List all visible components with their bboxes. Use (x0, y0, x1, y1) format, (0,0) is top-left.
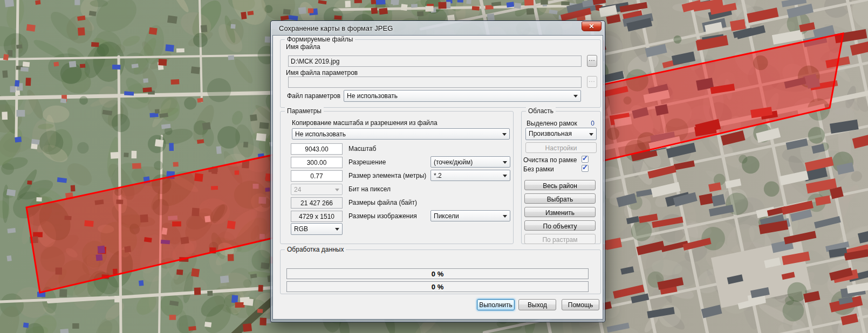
chevron-down-icon (502, 133, 507, 136)
params-filename-field[interactable] (288, 77, 582, 88)
chevron-down-icon (503, 215, 507, 218)
chevron-down-icon (335, 228, 339, 231)
resolution-units-combobox[interactable]: (точек/дюйм) (430, 156, 510, 168)
params-file-label: Файл параметров (287, 92, 340, 100)
chevron-down-icon (503, 175, 507, 177)
bits-per-pixel-label: Бит на пиксел (348, 185, 391, 193)
image-size-units-combobox[interactable]: Пиксели (430, 210, 510, 221)
bits-per-pixel-combobox: 24 (291, 184, 343, 195)
check-icon: ✓ (582, 154, 588, 162)
run-button[interactable]: Выполнить (477, 299, 515, 310)
no-frame-label: Без рамки (523, 165, 554, 173)
selected-frames-label: Выделено рамок (527, 120, 577, 127)
bits-per-pixel-value: 24 (294, 186, 301, 193)
close-button[interactable]: ✕ (582, 22, 602, 31)
chevron-down-icon (573, 95, 578, 98)
scale-label: Масштаб (348, 145, 376, 152)
dialog-title: Сохранение карты в формат JPEG (279, 24, 393, 32)
params-filename-label: Имя файла параметров (286, 69, 358, 77)
filename-label: Имя файла (286, 43, 320, 51)
clear-by-frame-checkbox[interactable]: ✓ (582, 156, 589, 163)
filename-field[interactable]: D:\МСК 2019.jpg (288, 56, 582, 67)
progress-bar-secondary: 0 % (286, 281, 589, 292)
dialog-titlebar[interactable]: Сохранение карты в формат JPEG ✕ (272, 21, 603, 35)
by-object-button[interactable]: По объекту (524, 220, 596, 231)
chevron-down-icon (589, 133, 593, 136)
save-map-jpeg-dialog: Сохранение карты в формат JPEG ✕ Формиру… (270, 20, 605, 322)
resolution-label: Разрешение (348, 158, 386, 166)
area-mode-value: Произвольная (529, 130, 572, 137)
copy-scale-label: Копирование масштаба и разрешения из фай… (292, 119, 438, 127)
scale-input[interactable]: 9043.00 (291, 143, 343, 155)
help-button[interactable]: Помощь (562, 299, 599, 310)
file-size-label: Размеры файла (байт) (348, 199, 417, 206)
image-size-field: 4729 x 1510 (291, 211, 343, 222)
params-file-combobox[interactable]: Не использовать (344, 90, 581, 102)
color-model-combobox[interactable]: RGB (291, 223, 343, 235)
select-area-button[interactable]: Выбрать (524, 193, 596, 204)
file-size-field: 21 427 266 (291, 197, 343, 209)
resolution-input[interactable]: 300.00 (291, 157, 343, 168)
element-size-units-value: *.2 (434, 172, 442, 179)
change-area-button[interactable]: Изменить (524, 207, 596, 217)
close-icon: ✕ (589, 23, 594, 30)
area-group-caption: Область (526, 107, 556, 115)
check-icon: ✓ (582, 163, 588, 171)
copy-scale-combobox[interactable]: Не использовать (292, 128, 510, 140)
progress-bar-primary: 0 % (286, 268, 589, 279)
chevron-down-icon (335, 189, 339, 191)
params-file-combobox-value: Не использовать (347, 92, 398, 100)
chevron-down-icon (503, 161, 507, 164)
image-size-units-value: Пиксели (434, 212, 459, 220)
browse-params-filename-button: ... (587, 76, 597, 88)
element-size-units-combobox[interactable]: *.2 (430, 170, 510, 181)
whole-district-button[interactable]: Весь район (524, 180, 596, 190)
selected-frames-count: 0 (585, 120, 594, 127)
area-mode-combobox[interactable]: Произвольная (525, 128, 597, 140)
element-size-input[interactable]: 0.77 (291, 170, 343, 182)
copy-scale-combobox-value: Не использовать (295, 130, 346, 138)
exit-button[interactable]: Выход (518, 299, 556, 310)
image-size-label: Размеры изображения (348, 212, 417, 220)
by-rasters-button: По растрам (524, 234, 596, 244)
clear-by-frame-label: Очистка по рамке (523, 156, 577, 164)
browse-filename-button[interactable]: ... (587, 55, 597, 67)
processing-group-caption: Обработка данных (285, 246, 346, 253)
dialog-body: Формируемые файлы Имя файла D:\МСК 2019.… (272, 35, 603, 320)
no-frame-checkbox[interactable]: ✓ (582, 165, 589, 172)
files-group-caption: Формируемые файлы (285, 36, 355, 43)
settings-button: Настройки (525, 142, 597, 153)
params-group-caption: Параметры (285, 107, 324, 115)
element-size-label: Размер элемента (метры) (348, 172, 426, 179)
color-model-value: RGB (294, 225, 308, 233)
resolution-units-value: (точек/дюйм) (434, 158, 473, 166)
